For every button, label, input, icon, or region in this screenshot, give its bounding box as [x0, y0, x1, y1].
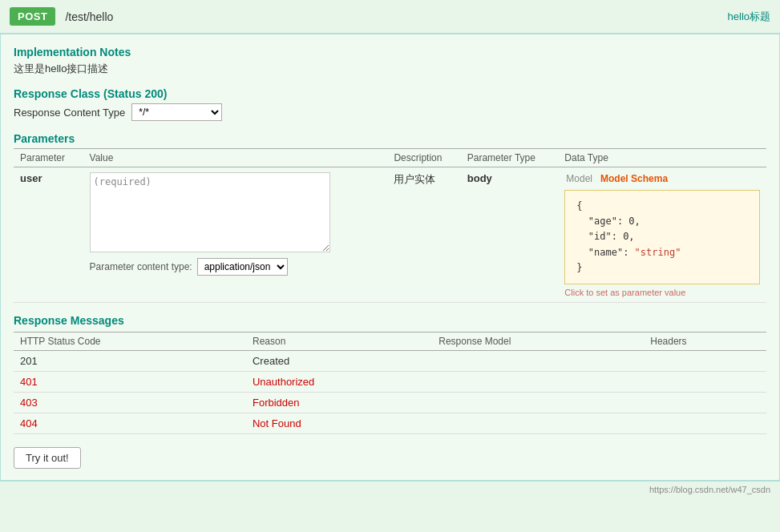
col-parameter: Parameter [14, 149, 83, 167]
main-container: POST /test/hello hello标题 Implementation … [0, 0, 780, 498]
model-201 [432, 350, 644, 371]
impl-notes-description: 这里是hello接口描述 [14, 62, 766, 76]
response-content-type-row: Response Content Type */* application/js… [14, 103, 766, 121]
bottom-bar: https://blog.csdn.net/w47_csdn [0, 481, 780, 498]
col-param-type: Parameter Type [461, 149, 559, 167]
headers-404 [644, 413, 766, 433]
status-404: 404 [14, 413, 246, 433]
col-headers: Headers [644, 332, 766, 350]
col-response-model: Response Model [432, 332, 644, 350]
response-row-201: 201 Created [14, 350, 766, 371]
watermark-text: https://blog.csdn.net/w47_csdn [649, 485, 770, 494]
status-403: 403 [14, 392, 246, 413]
impl-notes-heading: Implementation Notes [14, 46, 766, 58]
param-type: body [467, 172, 492, 184]
headers-201 [644, 350, 766, 371]
parameters-table: Parameter Value Description Parameter Ty… [14, 148, 766, 303]
model-403 [432, 392, 644, 413]
content-type-label: Parameter content type: [90, 261, 192, 272]
param-row-user: user (required) Parameter content type: … [14, 167, 766, 303]
model-401 [432, 371, 644, 392]
param-name-user: user [20, 172, 42, 184]
model-404 [432, 413, 644, 433]
reason-forbidden: Forbidden [246, 392, 432, 413]
method-badge: POST [10, 7, 55, 26]
response-row-401: 401 Unauthorized [14, 371, 766, 392]
try-it-out-button[interactable]: Try it out! [14, 447, 81, 469]
model-tabs: Model Model Schema [564, 172, 760, 185]
content-area: Implementation Notes 这里是hello接口描述 Respon… [0, 34, 780, 481]
col-data-type: Data Type [558, 149, 766, 167]
endpoint-title: hello标题 [728, 10, 770, 24]
content-type-select[interactable]: application/json application/xml [197, 258, 288, 276]
response-table: HTTP Status Code Reason Response Model H… [14, 332, 766, 434]
reason-unauthorized: Unauthorized [246, 371, 432, 392]
param-description: 用户实体 [394, 173, 435, 185]
status-401: 401 [14, 371, 246, 392]
model-schema-tab[interactable]: Model Schema [599, 172, 669, 185]
response-content-type-select[interactable]: */* application/json application/xml [131, 103, 222, 121]
reason-created: Created [246, 350, 432, 371]
param-content-type-row: Parameter content type: application/json… [90, 258, 382, 276]
data-type-cell: Model Model Schema { "age": 0, "id": 0, … [558, 167, 766, 303]
response-row-403: 403 Forbidden [14, 392, 766, 413]
endpoint-header: POST /test/hello hello标题 [0, 0, 780, 34]
reason-not-found: Not Found [246, 413, 432, 433]
headers-403 [644, 392, 766, 413]
headers-401 [644, 371, 766, 392]
model-tab[interactable]: Model [564, 172, 594, 185]
col-reason: Reason [246, 332, 432, 350]
response-row-404: 404 Not Found [14, 413, 766, 433]
schema-box[interactable]: { "age": 0, "id": 0, "name": "string" } [564, 190, 760, 284]
col-description: Description [387, 149, 460, 167]
response-content-type-label: Response Content Type [14, 107, 125, 119]
status-201: 201 [14, 350, 246, 371]
response-class-heading: Response Class (Status 200) [14, 87, 766, 100]
response-messages-heading: Response Messages [14, 314, 766, 327]
col-status-code: HTTP Status Code [14, 332, 246, 350]
col-value: Value [83, 149, 388, 167]
parameters-heading: Parameters [14, 132, 766, 145]
param-value-textarea[interactable]: (required) [90, 172, 330, 252]
schema-click-hint[interactable]: Click to set as parameter value [564, 288, 760, 297]
endpoint-path: /test/hello [65, 10, 727, 23]
